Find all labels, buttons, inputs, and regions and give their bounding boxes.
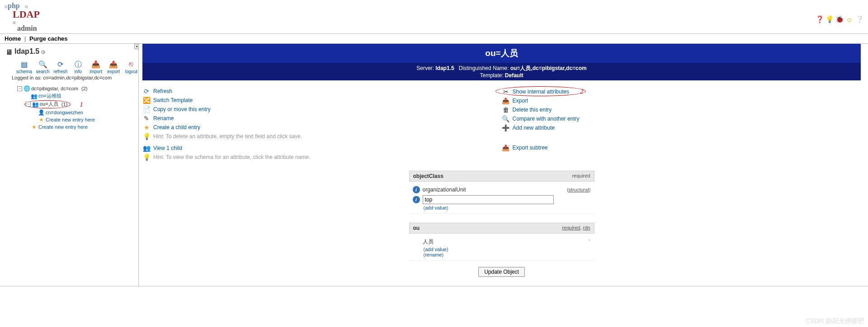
rename-icon: ✎: [142, 115, 151, 122]
logo-admin: admin: [17, 25, 863, 32]
lightbulb-icon: 💡: [142, 154, 151, 161]
tree-node-cn-user[interactable]: 👤 cn=dongweizhen: [32, 109, 138, 116]
tree-root[interactable]: − 🌐 dc=pibigstar, dc=com (2): [17, 85, 138, 92]
server-name-text: ldap1.5: [14, 47, 39, 56]
attr-value: 人员: [423, 238, 585, 246]
import-icon: 📥: [91, 60, 101, 68]
server-toolbar: ▤schema 🔍search ⟳refresh ⓘinfo 📥import 📤…: [16, 60, 138, 74]
sidebar-collapse-icon[interactable]: ◂: [134, 44, 139, 49]
action-view-children[interactable]: View 1 child: [153, 145, 182, 151]
action-compare[interactable]: Compare with another entry: [513, 116, 580, 122]
person-icon: 👤: [38, 109, 45, 116]
globe-help-icon[interactable]: ❔: [855, 15, 863, 23]
action-export[interactable]: Export: [513, 98, 528, 104]
group-icon: 👥: [30, 93, 38, 99]
export-icon: 📤: [502, 97, 510, 104]
export-subtree-icon: 📤: [502, 144, 510, 151]
action-switch-template[interactable]: Switch Template: [153, 97, 193, 103]
attr-ou: ou required, rdn 人员 ˟ (add value) (renam…: [409, 223, 594, 261]
hint-text: Hint: To delete an attribute, empty the …: [153, 133, 302, 140]
tb-search[interactable]: 🔍search: [36, 60, 50, 74]
ou-icon: 👥: [32, 101, 39, 107]
clock-icon[interactable]: ◷: [41, 49, 45, 54]
delete-icon: 🗑: [502, 106, 510, 113]
structural-flag: (structural): [567, 187, 591, 192]
export-icon: 📤: [108, 60, 118, 68]
entry-header: ou=人员 Server: ldap1.5 Distinguished Name…: [142, 44, 861, 80]
attr-required-label: required: [572, 173, 590, 179]
menu-purge-caches[interactable]: Purge caches: [29, 35, 68, 42]
action-refresh[interactable]: Refresh: [153, 88, 172, 94]
tb-info[interactable]: ⓘinfo: [71, 60, 85, 74]
main-content: ou=人员 Server: ldap1.5 Distinguished Name…: [139, 44, 868, 286]
tb-logout[interactable]: ⎋logout: [124, 60, 138, 74]
refresh-icon: ⟳: [142, 88, 151, 95]
logo-ldap: LDAP: [13, 10, 863, 19]
tree-node-cn-group[interactable]: 👥 cn=运维组: [24, 92, 138, 100]
annotation-2: 2: [580, 88, 584, 95]
rename-link[interactable]: rename: [425, 252, 442, 257]
globe-icon: 🌐: [23, 85, 30, 92]
tree-node-ou-people[interactable]: − 👥 ou=人员 (1) 1: [24, 100, 138, 109]
entry-subheader: Server: ldap1.5 Distinguished Name: ou=人…: [142, 63, 861, 80]
expander-icon[interactable]: −: [17, 86, 22, 91]
attr-value: organizationalUnit: [423, 187, 564, 193]
add-value-link[interactable]: add value: [425, 205, 447, 210]
top-right-icons: ❓ 💡 🐞 ☺ ❔: [816, 15, 863, 23]
refresh-icon: ⟳: [56, 60, 66, 68]
compare-icon: 🔍: [502, 115, 510, 122]
action-rename[interactable]: Rename: [153, 115, 174, 121]
app-logo: ⊟php ⊟LDAP ⊞admin: [0, 0, 868, 33]
copy-icon: 📄: [142, 106, 151, 113]
menu-home[interactable]: Home: [5, 35, 21, 42]
action-add-attribute[interactable]: Add new attribute: [513, 125, 555, 131]
star-icon: ★: [30, 124, 38, 130]
smiley-icon[interactable]: ☺: [845, 15, 854, 23]
attr-value-input[interactable]: [423, 195, 554, 204]
server-title: 🖥 ldap1.5 ◷: [4, 47, 138, 56]
action-export-subtree[interactable]: Export subtree: [513, 145, 548, 151]
hint-text: Hint: To view the schema for an attribut…: [153, 154, 310, 160]
add-value-link[interactable]: add value: [425, 247, 447, 252]
lightbulb-icon[interactable]: 💡: [826, 15, 834, 23]
tree-create-new-1[interactable]: ★ Create new entry here: [32, 116, 138, 123]
attr-flags: required, rdn: [562, 225, 590, 231]
bug-icon[interactable]: 🐞: [835, 15, 844, 23]
attr-name[interactable]: objectClass: [413, 173, 443, 179]
attr-objectclass: objectClass required i organizationalUni…: [409, 171, 594, 214]
help-icon[interactable]: ❓: [816, 15, 824, 23]
expander-icon[interactable]: −: [26, 102, 31, 107]
children-icon: 👥: [142, 145, 151, 152]
info-icon[interactable]: i: [413, 186, 420, 193]
tb-import[interactable]: 📥import: [89, 60, 103, 74]
tree-create-new-2[interactable]: ★ Create new entry here: [24, 123, 138, 131]
action-delete-entry[interactable]: Delete this entry: [513, 107, 552, 113]
action-copy-move[interactable]: Copy or move this entry: [153, 106, 211, 112]
star-icon: ★: [142, 124, 151, 131]
tb-export[interactable]: 📤export: [107, 60, 121, 74]
add-attr-icon: ➕: [502, 124, 510, 131]
star-icon: ★: [38, 117, 45, 123]
menubar: Home | Purge caches: [0, 33, 868, 44]
update-object-button[interactable]: Update Object: [478, 267, 525, 277]
switch-icon: 🔀: [142, 97, 151, 104]
info-icon: ⓘ: [73, 60, 83, 68]
annotation-1: 1: [80, 101, 83, 108]
ldap-tree: − 🌐 dc=pibigstar, dc=com (2) 👥 cn=运维组 − …: [17, 85, 138, 131]
schema-icon: ▤: [19, 60, 29, 68]
entry-title: ou=人员: [142, 44, 861, 63]
logout-icon: ⎋: [126, 60, 136, 68]
logged-in-as: Logged in as: cn=admin,dc=pibigstar,dc=c…: [12, 75, 138, 80]
tb-schema[interactable]: ▤schema: [16, 60, 32, 74]
action-create-child[interactable]: Create a child entry: [153, 124, 200, 131]
info-icon[interactable]: i: [413, 196, 420, 203]
attr-name[interactable]: ou: [413, 225, 420, 231]
tools-icon: ✂: [502, 88, 510, 95]
lightbulb-icon: 💡: [142, 133, 151, 140]
server-icon: 🖥: [5, 48, 13, 55]
action-show-internal[interactable]: Show internal attributes: [513, 89, 569, 95]
entry-actions: ⟳Refresh 🔀Switch Template 📄Copy or move …: [142, 87, 861, 162]
sidebar: ◂ 🖥 ldap1.5 ◷ ▤schema 🔍search ⟳refresh ⓘ…: [0, 44, 139, 286]
search-icon: 🔍: [38, 60, 48, 68]
tb-refresh[interactable]: ⟳refresh: [53, 60, 67, 74]
